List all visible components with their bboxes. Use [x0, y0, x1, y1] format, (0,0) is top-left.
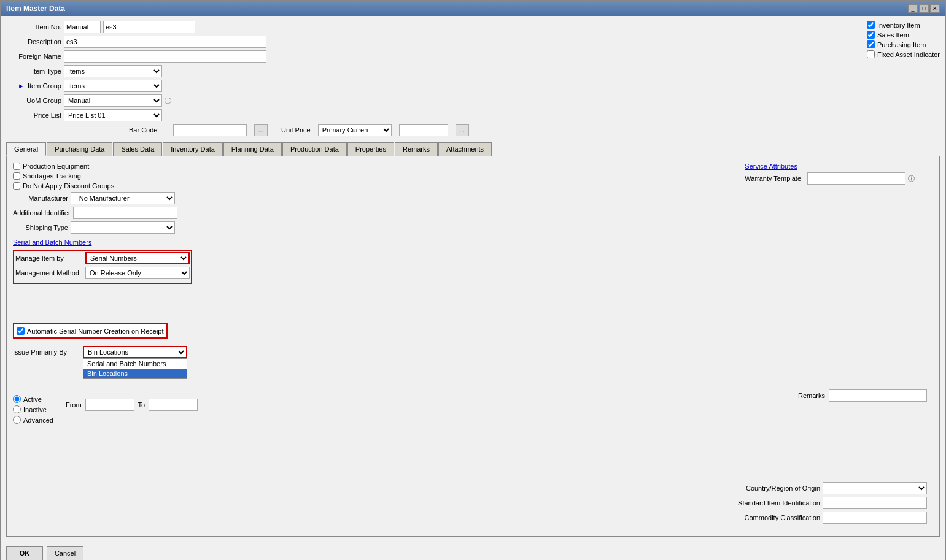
unit-price-input[interactable] — [399, 124, 448, 136]
tab-attachments[interactable]: Attachments — [438, 142, 492, 156]
to-input[interactable] — [149, 399, 198, 411]
close-button[interactable]: ✕ — [930, 4, 940, 13]
right-checkboxes: Inventory Item Sales Item Purchasing Ite… — [867, 21, 940, 58]
additional-identifier-label: Additional Identifier — [13, 209, 71, 217]
service-attributes-link[interactable]: Service Attributes — [745, 163, 797, 170]
item-no-label: Item No. — [6, 23, 61, 31]
tab-content-general: Service Attributes Warranty Template ⓘ P… — [6, 156, 940, 537]
purchasing-item-row: Purchasing Item — [867, 40, 940, 48]
item-no-type-input[interactable] — [64, 21, 101, 33]
issue-primarily-label: Issue Primarily By — [13, 348, 80, 356]
commodity-input[interactable] — [823, 512, 927, 524]
tab-purchasing[interactable]: Purchasing Data — [47, 142, 112, 156]
tab-planning[interactable]: Planning Data — [223, 142, 282, 156]
barcode-dots-button[interactable]: ... — [254, 124, 268, 136]
foreign-name-input[interactable] — [64, 50, 266, 63]
item-group-select[interactable]: Items — [64, 80, 162, 92]
do-not-apply-label: Do Not Apply Discount Groups — [23, 182, 114, 190]
production-equipment-label: Production Equipment — [23, 163, 89, 170]
fixed-asset-row: Fixed Asset Indicator — [867, 50, 940, 58]
standard-item-input[interactable] — [823, 497, 927, 509]
to-label: To — [138, 401, 145, 408]
general-left-area: Production Equipment Shortages Tracking … — [13, 163, 271, 424]
tab-sales[interactable]: Sales Data — [113, 142, 162, 156]
tab-production[interactable]: Production Data — [282, 142, 347, 156]
production-equipment-checkbox[interactable] — [13, 163, 20, 170]
inventory-item-row: Inventory Item — [867, 21, 940, 29]
from-input[interactable] — [85, 399, 134, 411]
purchasing-item-checkbox[interactable] — [867, 40, 875, 48]
shipping-type-select[interactable] — [71, 221, 175, 234]
item-group-arrow-icon: ► — [18, 82, 25, 90]
shortages-tracking-label: Shortages Tracking — [23, 172, 81, 180]
advanced-radio[interactable] — [13, 416, 21, 424]
shortages-tracking-checkbox[interactable] — [13, 172, 20, 180]
cancel-button[interactable]: Cancel — [47, 546, 83, 560]
service-attributes-area: Service Attributes Warranty Template ⓘ — [745, 163, 915, 187]
issue-primarily-select[interactable]: Bin Locations Serial and Batch Numbers — [83, 346, 187, 358]
remarks-label: Remarks — [798, 392, 825, 399]
serial-batch-link[interactable]: Serial and Batch Numbers — [13, 239, 91, 246]
manage-item-select[interactable]: Serial Numbers Batches None — [85, 252, 190, 264]
manufacturer-label: Manufacturer — [13, 194, 68, 202]
item-type-row: Item Type Items — [6, 65, 867, 77]
additional-identifier-input[interactable] — [73, 207, 177, 219]
minimize-button[interactable]: _ — [908, 4, 918, 13]
sales-item-row: Sales Item — [867, 31, 940, 39]
unit-price-currency-select[interactable]: Primary Curren — [318, 124, 392, 136]
country-origin-select[interactable] — [823, 482, 927, 494]
warranty-template-label: Warranty Template — [745, 175, 801, 182]
inactive-radio[interactable] — [13, 405, 21, 413]
price-list-row: Price List Price List 01 — [6, 109, 867, 121]
window-title: Item Master Data — [6, 4, 65, 13]
remarks-section: Remarks — [798, 389, 927, 402]
tab-properties[interactable]: Properties — [347, 142, 394, 156]
tab-remarks[interactable]: Remarks — [395, 142, 438, 156]
tab-inventory[interactable]: Inventory Data — [163, 142, 223, 156]
country-origin-row: Country/Region of Origin — [710, 482, 927, 494]
warranty-template-input[interactable] — [807, 172, 905, 185]
left-fields: Item No. Description Foreign Name Item T… — [6, 21, 867, 139]
inventory-item-checkbox[interactable] — [867, 21, 875, 29]
management-method-select[interactable]: On Release Only On Every Transaction — [85, 267, 190, 279]
foreign-name-label: Foreign Name — [6, 53, 61, 60]
item-type-select[interactable]: Items — [64, 65, 162, 77]
sales-item-checkbox[interactable] — [867, 31, 875, 39]
uom-info-icon: ⓘ — [165, 96, 171, 105]
auto-serial-checkbox[interactable] — [17, 327, 25, 335]
maximize-button[interactable]: □ — [919, 4, 929, 13]
country-origin-label: Country/Region of Origin — [710, 485, 820, 492]
from-label: From — [66, 401, 82, 408]
remarks-input[interactable] — [829, 389, 927, 402]
dropdown-item-bin-locations[interactable]: Bin Locations — [83, 369, 187, 378]
inactive-radio-row: Inactive — [13, 405, 53, 413]
barcode-unitprice-row: Bar Code ... Unit Price Primary Curren .… — [129, 124, 867, 136]
uom-group-select[interactable]: Manual — [64, 94, 162, 107]
inventory-item-label: Inventory Item — [877, 21, 920, 29]
active-radio[interactable] — [13, 395, 21, 403]
issue-dropdown-list: Serial and Batch Numbers Bin Locations — [83, 358, 187, 379]
description-input[interactable] — [64, 36, 266, 48]
ok-button[interactable]: OK — [6, 546, 43, 560]
barcode-label: Bar Code — [129, 126, 166, 134]
issue-primarily-row: Issue Primarily By Bin Locations Serial … — [13, 346, 271, 358]
do-not-apply-checkbox[interactable] — [13, 182, 20, 190]
item-group-row: ► Item Group Items — [6, 80, 867, 92]
content-area: Item No. Description Foreign Name Item T… — [1, 16, 945, 542]
foreign-name-row: Foreign Name — [6, 50, 867, 63]
manage-item-highlight-box: Manage Item by Serial Numbers Batches No… — [13, 250, 192, 284]
price-list-select[interactable]: Price List 01 — [64, 109, 162, 121]
tab-general[interactable]: General — [6, 142, 46, 156]
item-type-label: Item Type — [6, 67, 61, 75]
commodity-label: Commodity Classification — [710, 514, 820, 521]
barcode-input[interactable] — [173, 124, 247, 136]
manufacturer-select[interactable]: - No Manufacturer - — [71, 192, 175, 204]
dropdown-item-serial-batch[interactable]: Serial and Batch Numbers — [83, 359, 187, 369]
sales-item-label: Sales Item — [877, 31, 909, 39]
unit-price-dots-button[interactable]: ... — [456, 124, 469, 136]
item-no-input[interactable] — [103, 21, 195, 33]
additional-identifier-row: Additional Identifier — [13, 207, 271, 219]
description-label: Description — [6, 38, 61, 45]
auto-serial-box: Automatic Serial Number Creation on Rece… — [13, 323, 168, 339]
fixed-asset-checkbox[interactable] — [867, 50, 875, 58]
